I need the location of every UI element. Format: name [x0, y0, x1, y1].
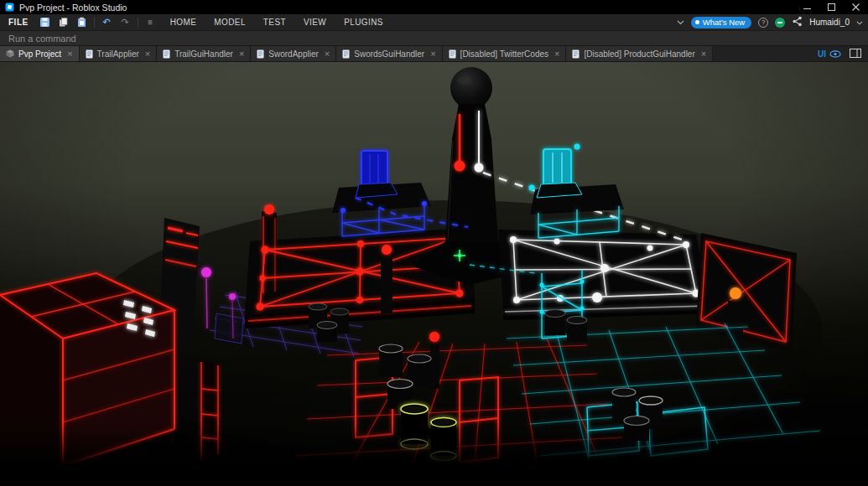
- title-bar: Pvp Project - Roblox Studio: [0, 0, 868, 14]
- tab-swordapplier[interactable]: SwordApplier ×: [251, 46, 336, 61]
- share-icon[interactable]: [792, 16, 803, 28]
- maximize-icon: [828, 3, 835, 11]
- command-bar: [0, 31, 868, 46]
- close-button[interactable]: [844, 0, 868, 14]
- maximize-button[interactable]: [819, 0, 844, 14]
- roblox-studio-window: Pvp Project - Roblox Studio FILE: [0, 0, 868, 486]
- viewport-3d[interactable]: [0, 62, 868, 486]
- toolbar-separator: [138, 18, 138, 28]
- menu-view[interactable]: VIEW: [304, 18, 326, 27]
- customize-toolbar-icon[interactable]: ≡: [144, 16, 157, 28]
- script-icon: [86, 49, 93, 59]
- tab-pvp-project[interactable]: Pvp Project ×: [0, 46, 80, 61]
- place-icon: [6, 49, 14, 58]
- tab-close-icon[interactable]: ×: [554, 49, 559, 59]
- tab-trailguihandler[interactable]: TrailGuiHandler ×: [157, 46, 251, 61]
- script-icon: [572, 49, 580, 59]
- whats-new-button[interactable]: What's New: [691, 17, 751, 28]
- tab-swordsguihandler[interactable]: SwordsGuiHandler ×: [336, 46, 442, 61]
- ribbon-bar: FILE ↶ ↷ ≡ HOME MODEL TEST VIEW PLUGINS: [0, 14, 868, 31]
- script-icon: [257, 49, 264, 59]
- document-tab-bar: Pvp Project × TrailApplier × TrailGuiHan…: [0, 46, 868, 62]
- quick-access-toolbar: ↶ ↷ ≡: [39, 16, 157, 28]
- tab-close-icon[interactable]: ×: [430, 49, 435, 59]
- tab-close-icon[interactable]: ×: [239, 49, 244, 59]
- tab-close-icon[interactable]: ×: [145, 49, 150, 59]
- undo-icon[interactable]: ↶: [101, 16, 113, 28]
- eye-icon: [829, 50, 841, 58]
- redo-icon[interactable]: ↷: [119, 16, 132, 28]
- menu-home[interactable]: HOME: [170, 18, 197, 27]
- tabbar-right-controls: UI: [818, 46, 868, 61]
- command-input[interactable]: [7, 33, 359, 44]
- copy-icon[interactable]: [57, 16, 70, 28]
- ribbon-menu: HOME MODEL TEST VIEW PLUGINS: [170, 18, 383, 27]
- minimize-button[interactable]: [795, 0, 819, 14]
- status-icon: [775, 18, 785, 28]
- tab-close-icon[interactable]: ×: [325, 49, 330, 59]
- script-icon: [449, 49, 456, 59]
- roblox-studio-icon: [5, 3, 14, 12]
- tab-disabled-twittercodes[interactable]: [Disabled] TwitterCodes ×: [443, 46, 567, 61]
- menu-test[interactable]: TEST: [263, 18, 286, 27]
- paste-icon[interactable]: [75, 16, 88, 28]
- collapse-ribbon-chevron-icon[interactable]: [677, 18, 684, 27]
- tab-close-icon[interactable]: ×: [67, 49, 72, 59]
- username[interactable]: Humaidi_0: [809, 18, 850, 27]
- script-icon: [342, 49, 350, 59]
- window-controls: [795, 0, 868, 14]
- tab-disabled-productguihandler[interactable]: [Disabled] ProductGuiHandler ×: [566, 46, 713, 61]
- ui-visibility-toggle[interactable]: UI: [818, 49, 841, 59]
- floor-fade: [0, 422, 868, 466]
- layout-panels-icon[interactable]: [850, 46, 861, 61]
- tab-trailapplier[interactable]: TrailApplier ×: [80, 46, 158, 61]
- bottom-black-band: [0, 464, 868, 486]
- red-orb: [429, 332, 439, 342]
- minimize-icon: [803, 3, 811, 11]
- script-icon: [163, 49, 170, 59]
- file-menu-button[interactable]: FILE: [0, 18, 37, 27]
- toolbar-separator: [94, 18, 95, 28]
- menu-plugins[interactable]: PLUGINS: [344, 18, 383, 27]
- ribbon-right-controls: What's New ? Humaidi_0: [677, 16, 868, 28]
- user-menu-chevron-icon[interactable]: [856, 18, 863, 27]
- close-icon: [852, 3, 860, 11]
- help-icon[interactable]: ?: [758, 18, 768, 28]
- tab-close-icon[interactable]: ×: [701, 49, 706, 59]
- sparkle-icon: [695, 20, 699, 24]
- menu-model[interactable]: MODEL: [214, 18, 246, 27]
- window-title: Pvp Project - Roblox Studio: [19, 3, 127, 13]
- save-icon[interactable]: [39, 16, 51, 28]
